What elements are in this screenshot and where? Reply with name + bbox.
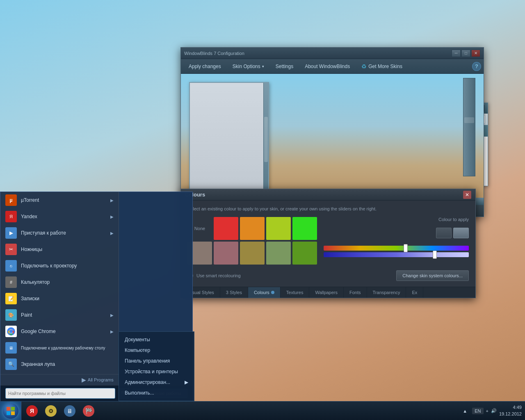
start-menu-left: µ µTorrent ▶ Я Yandex ▶ ▶ Приступая к ра… <box>0 192 119 385</box>
colours-tab-indicator <box>271 291 274 294</box>
kalkulator-icon: # <box>5 276 17 288</box>
taskbar-yandex[interactable]: Я <box>23 403 41 419</box>
colours-grid-area: None Colour to apply <box>187 217 469 265</box>
settings-btn[interactable]: Settings <box>270 61 299 72</box>
change-skin-btn[interactable]: Change skin system colours... <box>396 270 469 281</box>
tab-ex[interactable]: Ex <box>406 287 423 298</box>
start-button[interactable] <box>0 402 21 420</box>
podklyuchit-icon: ⎋ <box>5 260 17 272</box>
colour-apply-light-btn[interactable] <box>453 228 469 238</box>
colour-apply-dark-btn[interactable] <box>436 228 452 238</box>
start-menu-item-yandex[interactable]: Я Yandex ▶ <box>0 208 119 225</box>
colour-swatch-orange[interactable] <box>240 217 265 240</box>
programs-icon: ▶ <box>82 377 86 383</box>
wb-title: WindowBlinds 7 Configuration <box>184 51 449 56</box>
wb-maximize-btn[interactable]: □ <box>461 50 470 57</box>
colours-swatches: None <box>187 217 317 265</box>
wb-minimize-btn[interactable]: ─ <box>452 50 461 57</box>
nozhnicy-icon: ✂ <box>5 244 17 255</box>
wb-close-btn[interactable]: ✕ <box>471 50 480 57</box>
start-menu-item-zapiski[interactable]: 📝 Записки <box>0 290 119 307</box>
preview-scrollbar-thumb <box>264 117 268 162</box>
colour-swatch-mauve[interactable] <box>214 242 238 265</box>
about-btn[interactable]: About WindowBlinds <box>299 61 355 72</box>
start-orb <box>3 403 18 419</box>
colour-slider-2[interactable] <box>324 252 469 257</box>
taskbar-time: 4:49 <box>499 404 522 411</box>
skin-options-arrow: ▾ <box>262 64 264 68</box>
preview-scrollbar <box>263 83 268 196</box>
search-input[interactable] <box>5 388 115 399</box>
start-right-run[interactable]: Выполнить... <box>119 388 194 398</box>
preview-content <box>190 83 263 196</box>
admin-arrow: ▶ <box>185 379 188 385</box>
yandex-arrow: ▶ <box>110 215 114 219</box>
start-menu-item-kalkulator[interactable]: # Калькулятор <box>0 274 119 290</box>
start-menu-item-nozhnicy[interactable]: ✂ Ножницы <box>0 241 119 258</box>
tab-textures[interactable]: Textures <box>281 287 310 298</box>
svg-point-2 <box>9 330 13 333</box>
tab-3-styles[interactable]: 3 Styles <box>220 287 248 298</box>
start-menu-item-lupa[interactable]: 🔍 Экранная лупа <box>0 356 119 372</box>
colours-body: Select an existing colour to apply to yo… <box>181 201 475 287</box>
wb-toolbar: Apply changes Skin Options ▾ Settings Ab… <box>181 59 484 74</box>
taskbar-volume-icon[interactable]: 🔊 <box>491 408 497 413</box>
colour-slider-container <box>324 246 469 257</box>
colours-tabs: Visual Styles 3 Styles Colours Textures … <box>181 287 475 298</box>
colour-to-apply-label: Colour to apply <box>324 217 469 222</box>
start-right-documents[interactable]: Документы <box>119 334 194 345</box>
tab-fonts[interactable]: Fonts <box>344 287 367 298</box>
apply-changes-btn[interactable]: Apply changes <box>183 61 226 72</box>
all-programs-btn[interactable]: ▶ All Programs <box>82 377 114 383</box>
chrome-arrow: ▶ <box>110 329 114 334</box>
colour-slider-handle[interactable] <box>404 244 408 252</box>
smart-recolour-label: Use smart recolouring <box>196 273 241 278</box>
start-menu-item-podklyuchit[interactable]: ⎋ Подключить к проектору <box>0 258 119 274</box>
skin-options-btn[interactable]: Skin Options ▾ <box>227 61 269 72</box>
taskbar-app2[interactable]: ⚙ <box>42 403 60 419</box>
start-right-admin[interactable]: Администрирован... ▶ <box>119 377 194 388</box>
help-btn[interactable]: ? <box>472 62 481 71</box>
wb-preview-area <box>181 74 484 205</box>
start-right-computer[interactable]: Компьютер <box>119 345 194 356</box>
taskbar-clock: 4:49 19.12.2012 <box>499 404 522 417</box>
colours-right-panel: Colour to apply <box>324 217 469 265</box>
wb-titlebar-buttons: ─ □ ✕ <box>452 50 480 57</box>
taskbar: Я ⚙ 🖥 🏁 ▲ EN + 🔊 4:49 19.12.2012 <box>0 401 525 420</box>
start-right-control-panel[interactable]: Панель управления <box>119 356 194 366</box>
colour-swatch-yellow-green[interactable] <box>266 217 291 240</box>
get-more-skins-btn[interactable]: ♻ Get More Skins <box>356 61 408 72</box>
start-menu-item-remote[interactable]: 🖥 Подключение к удаленному рабочему стол… <box>0 340 119 356</box>
yandex-icon: Я <box>5 211 17 222</box>
taskbar-items: Я ⚙ 🖥 🏁 <box>21 402 99 420</box>
colour-slider-2-handle[interactable] <box>433 251 437 259</box>
taskbar-right: ▲ EN + 🔊 4:49 19.12.2012 <box>457 404 525 417</box>
colour-swatch-green[interactable] <box>292 217 317 240</box>
start-menu-item-pristayu[interactable]: ▶ Приступая к работе ▶ <box>0 225 119 241</box>
colours-close-btn[interactable]: ✕ <box>463 191 471 199</box>
paint-icon: 🎨 <box>5 309 17 321</box>
colour-swatch-khaki[interactable] <box>240 242 265 265</box>
colour-swatch-sage[interactable] <box>266 242 291 265</box>
taskbar-lang[interactable]: EN <box>472 408 483 414</box>
start-menu-item-chrome[interactable]: Google Chrome ▶ <box>0 323 119 340</box>
tab-colours[interactable]: Colours <box>248 287 281 298</box>
colour-swatch-red[interactable] <box>214 217 238 240</box>
colours-titlebar: Colours ✕ <box>181 189 475 201</box>
taskbar-app2-icon: ⚙ <box>45 405 57 417</box>
taskbar-app4[interactable]: 🏁 <box>80 403 98 419</box>
colours-bottom: Use smart recolouring Change skin system… <box>187 270 469 281</box>
colour-swatch-olive[interactable] <box>292 242 317 265</box>
start-right-devices[interactable]: Устройства и принтеры <box>119 366 194 377</box>
tab-transparency[interactable]: Transparency <box>367 287 406 298</box>
tray-arrow[interactable]: ▲ <box>463 409 467 413</box>
taskbar-yandex-icon: Я <box>26 405 38 417</box>
start-menu-item-paint[interactable]: 🎨 Paint ▶ <box>0 307 119 323</box>
chrome-icon <box>5 326 17 337</box>
colour-slider[interactable] <box>324 246 469 251</box>
svg-rect-4 <box>11 407 15 411</box>
svg-rect-3 <box>7 407 10 411</box>
taskbar-windows-security[interactable]: 🖥 <box>61 403 79 419</box>
tab-wallpapers[interactable]: Wallpapers <box>309 287 344 298</box>
start-menu-item-utorrent[interactable]: µ µTorrent ▶ <box>0 192 119 208</box>
